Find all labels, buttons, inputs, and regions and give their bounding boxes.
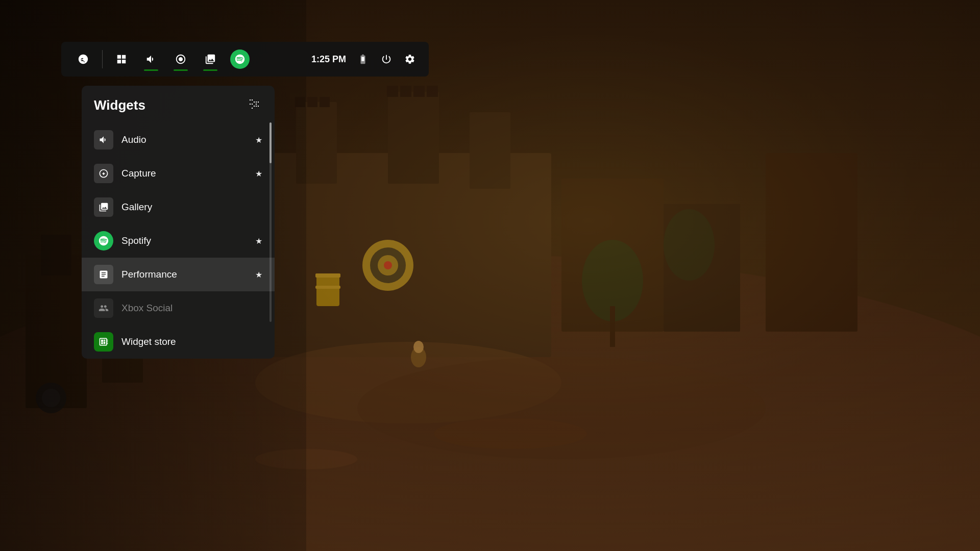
svg-rect-11	[413, 86, 425, 97]
widgets-filter-button[interactable]	[246, 96, 262, 115]
svg-rect-31	[766, 153, 857, 332]
widget-item-capture[interactable]: Capture ★	[82, 157, 275, 190]
battery-button[interactable]	[352, 45, 374, 73]
spotify-widget-icon	[98, 235, 109, 246]
social-widget-icon-wrap	[94, 298, 113, 318]
store-widget-icon-wrap	[94, 332, 113, 352]
scrollbar-thumb[interactable]	[270, 122, 272, 163]
capture-nav-icon	[175, 54, 186, 65]
capture-widget-label: Capture	[121, 168, 255, 179]
svg-point-34	[664, 209, 715, 281]
scrollbar-track	[270, 122, 272, 322]
settings-button[interactable]	[399, 45, 421, 73]
widgets-panel-title: Widgets	[94, 97, 145, 113]
svg-rect-4	[388, 92, 439, 184]
svg-point-23	[413, 341, 424, 353]
spotify-widget-label: Spotify	[121, 235, 255, 246]
audio-nav-button[interactable]	[137, 45, 165, 73]
audio-widget-icon-wrap	[94, 130, 113, 149]
svg-rect-33	[610, 306, 615, 347]
audio-widget-label: Audio	[121, 134, 255, 145]
gallery-nav-button[interactable]	[197, 45, 224, 73]
svg-rect-17	[316, 276, 339, 306]
widget-item-audio[interactable]: Audio ★	[82, 123, 275, 157]
svg-rect-18	[315, 273, 340, 278]
svg-rect-8	[320, 97, 330, 107]
widgets-panel: Widgets Audio ★ Capture ★	[82, 86, 275, 359]
audio-nav-icon	[145, 54, 157, 65]
capture-widget-icon	[99, 168, 109, 179]
battery-icon	[357, 54, 369, 65]
gallery-widget-icon-wrap	[94, 197, 113, 217]
svg-rect-7	[307, 97, 317, 107]
capture-widget-star[interactable]: ★	[255, 169, 262, 179]
gallery-widget-label: Gallery	[121, 202, 262, 213]
gallery-nav-icon	[205, 54, 216, 65]
widget-item-xbox-social[interactable]: Xbox Social	[82, 291, 275, 325]
capture-nav-button[interactable]	[167, 45, 194, 73]
settings-gear-icon	[404, 54, 415, 65]
nav-divider-1	[102, 50, 103, 68]
widget-item-gallery[interactable]: Gallery	[82, 190, 275, 224]
performance-widget-icon	[99, 269, 109, 280]
power-button[interactable]	[376, 45, 397, 73]
svg-rect-19	[315, 286, 340, 289]
spotify-nav-icon	[230, 49, 250, 69]
widget-item-spotify[interactable]: Spotify ★	[82, 224, 275, 258]
multiview-icon	[116, 54, 127, 65]
gallery-widget-icon	[99, 202, 109, 212]
svg-rect-10	[400, 86, 411, 97]
svg-point-16	[384, 261, 392, 269]
audio-widget-star[interactable]: ★	[255, 135, 262, 145]
svg-rect-37	[361, 57, 364, 61]
store-widget-icon	[99, 337, 109, 347]
widgets-panel-header: Widgets	[82, 86, 275, 123]
svg-rect-9	[387, 86, 398, 97]
top-navigation-bar: 1:25 PM	[61, 42, 429, 77]
xbox-logo-button[interactable]	[69, 45, 97, 73]
clock-display: 1:25 PM	[311, 54, 346, 65]
performance-widget-label: Performance	[121, 269, 255, 280]
spotify-widget-icon-wrap	[94, 231, 113, 251]
multiview-nav-button[interactable]	[108, 45, 135, 73]
social-widget-icon	[99, 303, 109, 313]
widget-item-store[interactable]: Widget store	[82, 325, 275, 359]
spotify-widget-star[interactable]: ★	[255, 236, 262, 246]
store-widget-label: Widget store	[121, 336, 262, 347]
performance-widget-star[interactable]: ★	[255, 270, 262, 280]
spotify-nav-button[interactable]	[226, 45, 254, 73]
capture-widget-icon-wrap	[94, 164, 113, 183]
audio-widget-icon	[99, 135, 109, 145]
widget-item-performance[interactable]: Performance ★	[82, 258, 275, 291]
power-icon	[381, 54, 392, 65]
filter-icon	[248, 98, 260, 110]
svg-rect-5	[470, 112, 510, 189]
xbox-social-widget-label: Xbox Social	[121, 303, 262, 314]
xbox-icon	[78, 54, 89, 65]
svg-rect-12	[427, 86, 438, 97]
svg-point-36	[434, 418, 587, 449]
performance-widget-icon-wrap	[94, 265, 113, 284]
